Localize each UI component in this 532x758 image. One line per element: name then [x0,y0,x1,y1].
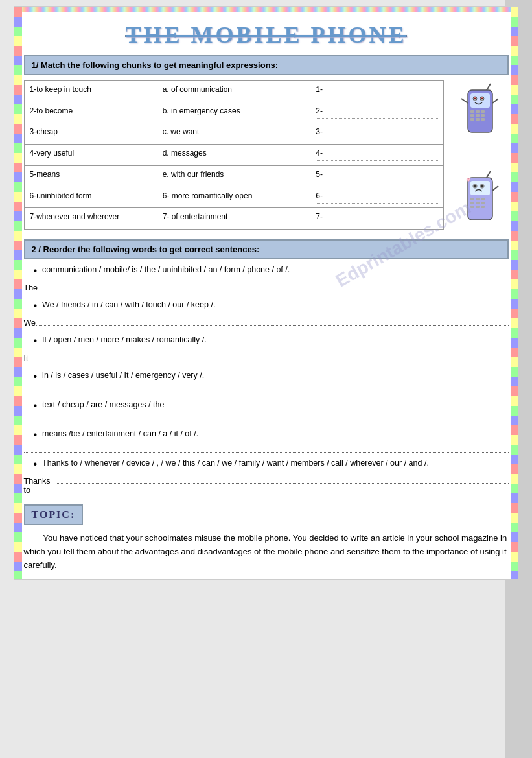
topic-section: TOPIC: You have noticed that your school… [24,504,509,572]
col3-cell-2: 2- [310,102,443,123]
bullet-item-7: • Thanks to / whenever / device / , / we… [24,458,509,470]
col1-cell-7: 7-whenever and wherever [24,208,157,230]
svg-rect-8 [481,110,485,113]
answer-line-1 [38,281,508,290]
svg-rect-32 [470,206,474,208]
svg-rect-31 [481,202,485,204]
answer-dotted-4 [316,160,437,161]
col3-cell-4: 4- [310,145,443,166]
bullet-item-3: • It / open / men / more / makes / roman… [24,335,509,347]
bullet-text-4: in / is / cases / useful / It / emergenc… [42,370,204,382]
exercise1-container: 1-to keep in touch a. of communication 1… [24,80,509,230]
main-page: Edprintables.com THE MOBILE PHONE 1/ Mat… [14,6,519,580]
bullet-text-2: We / friends / in / can / with / touch /… [42,300,215,311]
answer-dotted-7 [316,224,437,224]
answer-dotted-1 [316,97,437,97]
col1-cell-1: 1-to keep in touch [24,81,157,102]
answer-prefix-3: It [24,354,29,363]
col3-cell-3: 3- [310,123,443,145]
svg-rect-30 [476,202,480,204]
answer-line-2 [36,316,508,326]
answer-row-7: Thanks to [24,473,509,495]
svg-rect-34 [481,206,485,208]
answer-prefix-1: The [24,283,38,292]
col1-cell-3: 3-cheap [24,123,157,145]
svg-rect-14 [481,118,485,121]
svg-rect-9 [470,114,474,117]
bullet-text-3: It / open / men / more / makes / romanti… [42,335,207,346]
svg-rect-27 [476,198,480,200]
table-row: 4-very useful d. messages 4- [24,145,443,166]
svg-rect-21 [470,181,490,195]
bullet-text-6: means /be / entertainment / can / a / it… [42,429,198,440]
col3-cell-6: 6- [310,187,443,208]
answer-dotted-5 [316,182,437,182]
svg-rect-13 [476,118,480,121]
col2-cell-2: b. in emergency cases [157,102,310,123]
col2-cell-5: e. with our friends [157,165,310,187]
bullet-icon-2: • [34,300,38,312]
svg-rect-29 [470,202,474,204]
bullet-item-6: • means /be / entertainment / can / a / … [24,429,509,441]
answer-line-7 [57,475,509,484]
table-row: 3-cheap c. we want 3- [24,123,443,145]
svg-line-36 [492,186,498,191]
col1-cell-2: 2-to become [24,102,157,123]
col3-cell-5: 5- [310,165,443,187]
col2-cell-3: c. we want [157,123,310,145]
exercise2-header: 2 / Reorder the following words to get c… [24,239,509,259]
col2-cell-4: d. messages [157,145,310,166]
bullet-item-2: • We / friends / in / can / with / touch… [24,300,509,312]
svg-point-19 [481,97,483,99]
col1-cell-6: 6-uninhibited form [24,187,157,208]
svg-line-17 [492,99,498,103]
svg-point-25 [481,185,483,187]
svg-rect-33 [476,206,480,208]
phone-cartoon-1 [458,80,500,142]
answer-prefix-2: We [24,318,36,327]
bullet-icon-4: • [34,370,38,383]
answer-line-4 [24,385,509,394]
col2-cell-7: 7- of entertainment [157,208,310,230]
bullet-text-1: communication / mobile/ is / the / uninh… [42,265,290,276]
svg-rect-6 [470,110,474,113]
svg-rect-10 [476,114,480,117]
right-decorative-border [511,7,518,579]
col3-cell-1: 1- [310,81,443,102]
answer-prefix-7: Thanks to [24,477,57,495]
svg-line-35 [487,171,491,178]
answer-row-3: It [24,350,509,366]
page-title: THE MOBILE PHONE [24,21,509,49]
phone-images-column [450,80,509,230]
table-row: 5-means e. with our friends 5- [24,165,443,187]
answer-dotted-6 [316,203,437,204]
answer-line-5 [24,414,509,423]
svg-rect-12 [470,118,474,121]
svg-point-18 [474,97,476,99]
table-row: 6-uninhibited form 6- more romantically … [24,187,443,208]
bullet-icon-1: • [34,265,38,277]
answer-row-1: The [24,279,509,296]
bullet-text-7: Thanks to / whenever / device / , / we /… [42,458,429,469]
svg-rect-26 [470,198,474,200]
topic-header: TOPIC: [24,504,84,525]
bullet-icon-3: • [34,335,38,347]
phone-cartoon-2 [458,168,500,230]
table-row: 7-whenever and wherever 7- of entertainm… [24,208,443,230]
bullet-icon-5: • [34,399,38,412]
bullet-item-5: • text / cheap / are / messages / the [24,399,509,412]
exercise2-section: 2 / Reorder the following words to get c… [24,239,509,495]
table-row: 2-to become b. in emergency cases 2- [24,102,443,123]
exercise1-header: 1/ Match the following chunks to get mea… [24,55,509,75]
col1-cell-4: 4-very useful [24,145,157,166]
table-row: 1-to keep in touch a. of communication 1… [24,81,443,102]
answer-dotted-3 [316,139,437,139]
col3-cell-7: 7- [310,208,443,230]
svg-rect-1 [470,93,490,108]
svg-point-24 [474,185,476,187]
svg-line-15 [487,84,491,90]
bullet-item-4: • in / is / cases / useful / It / emerge… [24,370,509,383]
answer-line-6 [24,444,509,453]
answer-row-2: We [24,314,509,331]
answer-line-3 [28,352,508,361]
